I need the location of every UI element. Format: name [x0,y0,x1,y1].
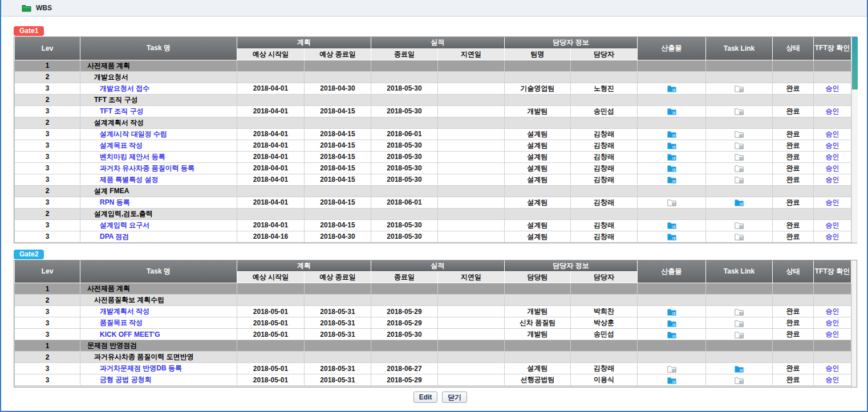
task-label: 사전제품 계획 [87,62,130,70]
approve-link[interactable]: 승인 [826,107,839,115]
folder-blue-icon[interactable] [667,232,676,240]
task-cell: 품질목표 작성 [80,317,237,329]
delay-cell [438,352,505,363]
plan-start-cell: 2018-05-01 [237,329,305,340]
task-link-cell [706,295,773,306]
folder-blue-icon[interactable] [667,84,676,92]
folder-gray-icon[interactable] [735,141,744,149]
close-button[interactable]: 닫기 [442,391,467,403]
table-row: 3벤치마킹 제안서 등록2018-04-012018-04-152018-05-… [15,151,851,162]
approve-link[interactable]: 승인 [826,376,839,384]
delay-cell [438,317,505,329]
table-row: 1사전제품 계획 [15,283,851,295]
folder-gray-icon[interactable] [735,330,744,338]
folder-gray-icon[interactable] [735,307,744,315]
deliverable-cell [638,105,706,117]
approve-link[interactable]: 승인 [826,130,839,138]
task-link[interactable]: KICK OFF MEET'G [100,331,160,338]
approve-link[interactable]: 승인 [826,84,839,92]
approve-link[interactable]: 승인 [826,307,839,315]
deliverable-cell [638,283,706,295]
task-link[interactable]: 설계목표 작성 [100,141,143,149]
folder-blue-icon[interactable] [667,221,676,229]
folder-blue-icon[interactable] [735,364,744,372]
approve-link[interactable]: 승인 [826,221,839,229]
task-link[interactable]: 개발요청서 접수 [100,84,149,92]
folder-blue-icon[interactable] [667,164,676,172]
vertical-scrollbar[interactable] [851,260,857,387]
approve-link[interactable]: 승인 [826,364,839,372]
task-link[interactable]: DPA 점검 [100,232,129,240]
approve-link[interactable]: 승인 [826,141,839,149]
lev-cell: 3 [15,306,80,317]
task-link[interactable]: 과거차문제점 반영DB 등록 [100,364,182,372]
col-header-plan-end: 예상 종료일 [305,48,371,60]
folder-gray-icon[interactable] [735,376,744,384]
vertical-scrollbar[interactable] [851,37,858,243]
task-link[interactable]: 설계입력 요구서 [100,221,149,229]
delay-cell [438,231,505,242]
folder-gray-icon[interactable] [667,198,676,206]
lev-cell: 3 [15,329,80,340]
actual-end-cell: 2018-05-29 [371,317,438,329]
folder-blue-icon[interactable] [667,319,676,327]
folder-blue-icon[interactable] [667,376,676,384]
table-row: 3개발계획서 작성2018-05-012018-05-312018-05-29개… [15,306,851,317]
clipped-row [15,386,851,387]
deliverable-cell [638,317,706,329]
folder-gray-icon[interactable] [735,107,744,115]
folder-blue-icon[interactable] [667,176,676,183]
folder-gray-icon[interactable] [735,221,744,229]
plan-start-cell [237,208,305,219]
task-link[interactable]: 과거차 유사차종 품질이력 등록 [100,164,194,172]
task-cell: 개발계획서 작성 [80,306,237,317]
folder-blue-icon[interactable] [667,330,676,338]
actual-end-cell [371,60,438,71]
folder-blue-icon[interactable] [667,307,676,315]
task-link[interactable]: TFT 조직 구성 [100,107,144,115]
folder-blue-icon[interactable] [667,153,676,161]
lev-cell: 2 [15,71,80,83]
task-link[interactable]: 제품 특별특성 설정 [100,176,159,183]
confirm-cell: 승인 [814,174,851,185]
approve-link[interactable]: 승인 [826,319,839,327]
folder-gray-icon[interactable] [735,130,744,138]
task-link[interactable]: 설계/시작 대일정 수립 [100,130,167,138]
task-link[interactable]: 품질목표 작성 [100,319,143,327]
task-link[interactable]: 벤치마킹 제안서 등록 [100,153,165,161]
col-header-actual-delay: 지연일 [438,272,505,283]
task-link[interactable]: RPN 등록 [100,198,130,206]
folder-blue-icon[interactable] [667,141,676,149]
delay-cell [438,208,505,219]
table-row: 2개발요청서 [15,71,851,83]
deliverable-cell [638,295,706,306]
task-link[interactable]: 개발계획서 작성 [100,307,149,315]
delay-cell [438,71,505,83]
approve-link[interactable]: 승인 [826,232,839,240]
folder-gray-icon[interactable] [735,176,744,183]
approve-link[interactable]: 승인 [826,330,839,338]
folder-blue-icon[interactable] [667,130,676,138]
folder-gray-icon[interactable] [735,319,744,327]
approve-link[interactable]: 승인 [826,153,839,161]
approve-link[interactable]: 승인 [826,164,839,172]
approve-link[interactable]: 승인 [826,176,839,183]
folder-blue-icon[interactable] [667,107,676,115]
folder-gray-icon[interactable] [735,232,744,240]
task-link[interactable]: 금형 공법 공청회 [100,376,152,384]
clipped-cell [15,386,851,387]
plan-end-cell: 2018-04-15 [305,162,371,174]
deliverable-cell [638,352,706,363]
scrollbar-thumb[interactable] [852,37,858,89]
team-cell [505,208,571,219]
folder-blue-icon[interactable] [735,198,744,206]
folder-gray-icon[interactable] [735,153,744,161]
folder-gray-icon[interactable] [667,364,676,372]
person-cell [571,60,638,71]
folder-gray-icon[interactable] [735,84,744,92]
gate1-table-wrap: Lev Task 명 계획 실적 담당자 정보 산출물 Task Link 상태… [14,36,857,243]
edit-button[interactable]: Edit [413,391,438,403]
folder-gray-icon[interactable] [735,164,744,172]
delay-cell [438,363,505,374]
approve-link[interactable]: 승인 [826,198,839,206]
